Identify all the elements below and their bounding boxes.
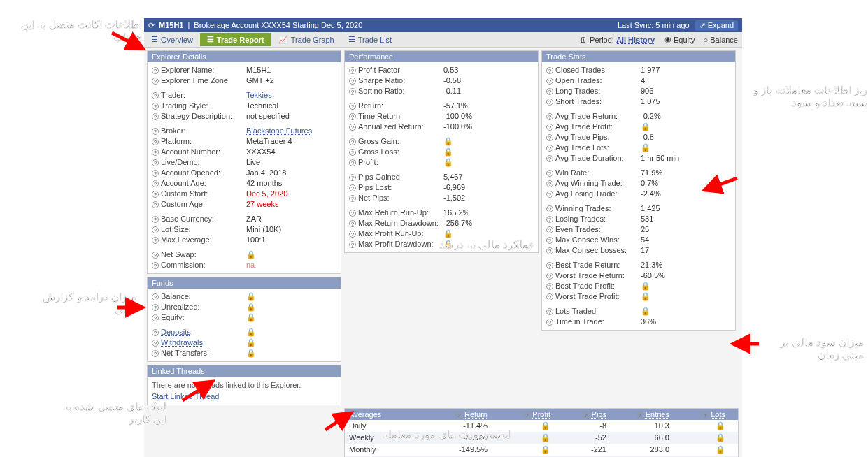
kv-row: ?Avg Trade Duration:1 hr 50 min [546,153,731,164]
help-icon[interactable]: ? [546,124,553,131]
help-icon[interactable]: ? [152,149,159,156]
kv-key: ?Avg Trade Return: [546,111,641,122]
help-icon[interactable]: ? [523,412,530,419]
kv-row: ?Best Trade Profit:🔒 [546,281,731,291]
help-icon[interactable]: ? [152,78,159,85]
help-icon[interactable]: ? [546,99,553,106]
help-icon[interactable]: ? [152,170,159,177]
help-icon[interactable]: ? [546,247,553,254]
help-icon[interactable]: ? [546,78,553,85]
help-icon[interactable]: ? [546,67,553,74]
col-entries[interactable]: Entries [646,410,669,419]
help-icon[interactable]: ? [546,113,553,120]
help-icon[interactable]: ? [349,138,356,145]
tab-trade-list[interactable]: ☰Trade List [341,33,399,46]
help-icon[interactable]: ? [152,128,159,135]
help-icon[interactable]: ? [349,113,356,120]
help-icon[interactable]: ? [546,145,553,152]
help-icon[interactable]: ? [546,319,553,326]
help-icon[interactable]: ? [349,124,356,131]
help-icon[interactable]: ? [349,195,356,202]
col-profit[interactable]: Profit [532,410,550,419]
help-icon[interactable]: ? [349,149,356,156]
help-icon[interactable]: ? [349,88,356,95]
kv-value: 36% [641,317,731,327]
help-icon[interactable]: ? [152,340,159,347]
help-icon[interactable]: ? [349,78,356,85]
panel-explorer-details: Explorer Details ?Explorer Name:M15H1?Ex… [147,50,341,274]
kv-value: Dec 5, 2020 [246,189,336,199]
kv-value[interactable]: Blackstone Futures [246,126,336,136]
tab-overview[interactable]: ☰Overview [144,33,200,46]
start-linked-thread-link[interactable]: Start Linked Thread [152,391,336,402]
kv-value[interactable]: Tekkies [246,90,336,101]
col-lots[interactable]: Lots [711,410,725,419]
help-icon[interactable]: ? [152,262,159,269]
col-return[interactable]: Return [464,410,488,419]
help-icon[interactable]: ? [546,180,553,187]
help-icon[interactable]: ? [583,412,590,419]
help-icon[interactable]: ? [152,350,159,357]
help-icon[interactable]: ? [349,210,356,217]
lock-icon: 🔒 [716,433,725,442]
expand-button[interactable]: ⤢ Expand [695,20,738,31]
help-icon[interactable]: ? [152,103,159,110]
help-icon[interactable]: ? [349,241,356,248]
help-icon[interactable]: ? [152,191,159,198]
help-icon[interactable]: ? [546,170,553,177]
tab-trade-graph[interactable]: 📈Trade Graph [271,33,341,46]
kv-key: ?Avg Trade Lots: [546,143,641,153]
help-icon[interactable]: ? [546,88,553,95]
help-icon[interactable]: ? [152,314,159,321]
radio-equity[interactable]: ◉Equity [660,33,699,46]
help-icon[interactable]: ? [636,412,643,419]
help-icon[interactable]: ? [152,92,159,99]
help-icon[interactable]: ? [546,273,553,280]
help-icon[interactable]: ? [152,201,159,208]
kv-value: 5,467 [443,172,534,182]
help-icon[interactable]: ? [152,237,159,244]
help-icon[interactable]: ? [546,293,553,300]
help-icon[interactable]: ? [546,191,553,198]
help-icon[interactable]: ? [349,231,356,238]
help-icon[interactable]: ? [152,293,159,300]
lock-icon: 🔒 [246,312,256,323]
radio-balance[interactable]: ○Balance [699,34,742,46]
kv-row: ?Live/Demo:Live [152,157,336,168]
help-icon[interactable]: ? [546,216,553,223]
help-icon[interactable]: ? [152,180,159,187]
list-icon: ☰ [151,35,158,44]
help-icon[interactable]: ? [349,174,356,181]
tab-trade-report[interactable]: ☰Trade Report [200,33,271,46]
help-icon[interactable]: ? [546,308,553,315]
help-icon[interactable]: ? [546,283,553,290]
kv-value: 25 [641,224,731,235]
help-icon[interactable]: ? [152,67,159,74]
help-icon[interactable]: ? [349,220,356,227]
help-icon[interactable]: ? [152,226,159,233]
period-selector[interactable]: 🗓 Period: All History [574,34,660,46]
help-icon[interactable]: ? [702,412,709,419]
help-icon[interactable]: ? [349,184,356,191]
help-icon[interactable]: ? [546,134,553,141]
help-icon[interactable]: ? [152,304,159,311]
help-icon[interactable]: ? [152,159,159,166]
help-icon[interactable]: ? [546,262,553,269]
kv-value: 🔒 [246,348,336,358]
kv-row: ?Max Return Run-Up:165.2% [349,208,534,218]
help-icon[interactable]: ? [455,412,462,419]
help-icon[interactable]: ? [349,103,356,110]
help-icon[interactable]: ? [152,252,159,259]
help-icon[interactable]: ? [152,113,159,120]
help-icon[interactable]: ? [152,216,159,223]
help-icon[interactable]: ? [546,226,553,233]
help-icon[interactable]: ? [546,155,553,162]
help-icon[interactable]: ? [152,138,159,145]
help-icon[interactable]: ? [349,67,356,74]
help-icon[interactable]: ? [349,159,356,166]
col-pips[interactable]: Pips [592,410,606,419]
help-icon[interactable]: ? [546,205,553,212]
kv-key: ?Live/Demo: [152,157,246,168]
help-icon[interactable]: ? [152,329,159,336]
help-icon[interactable]: ? [546,237,553,244]
